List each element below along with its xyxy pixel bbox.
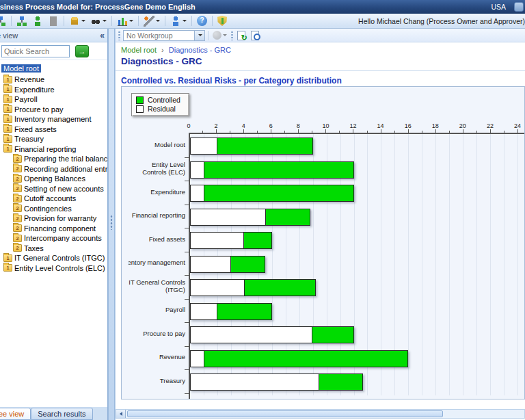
x-tick-label: 24 (514, 122, 521, 129)
tree-item[interactable]: 2Taxes (1, 244, 107, 254)
new-page-button[interactable] (46, 15, 60, 27)
controlled-segment (312, 327, 353, 343)
y-axis-tick (185, 205, 189, 205)
user-menu-icon (170, 16, 181, 27)
preview-page-icon (251, 31, 259, 40)
tree-item-label: Opening Balances (24, 174, 85, 183)
breadcrumb-current[interactable]: Diagnostics - GRC (169, 46, 231, 54)
chevron-down-icon (183, 20, 187, 22)
folder-icon: 2 (13, 205, 22, 212)
workgroup-dropdown-button[interactable] (194, 31, 204, 40)
tree-item[interactable]: 1Entity Level Controls (ELC) (1, 263, 107, 274)
search-go-button[interactable]: → (75, 45, 89, 57)
tree-item[interactable]: 1Expenditure (1, 85, 107, 95)
scroll-left-button[interactable] (116, 410, 126, 418)
tree-item[interactable]: 1Fixed assets (1, 124, 107, 135)
category-label: Expenditure (129, 180, 189, 204)
controlled-swatch (136, 96, 144, 104)
locale-button[interactable]: USA (485, 3, 511, 11)
binoculars-search-icon (90, 16, 101, 27)
window-corner-button[interactable] (514, 2, 524, 12)
chart-body: Model rootEntity LevelControls (ELC)Expe… (129, 122, 524, 399)
y-axis-tick (185, 157, 189, 158)
residual-segment (191, 233, 244, 248)
tree-item[interactable]: Model root (1, 63, 107, 73)
x-axis: 024681012141618202224 (189, 122, 524, 133)
panel-splitter[interactable] (108, 29, 115, 420)
tree-item[interactable]: 2Preparing the trial balance (1, 154, 107, 164)
tree-item[interactable]: 1Revenue (1, 75, 107, 85)
tree-item-label: Procure to pay (14, 105, 64, 114)
org-chart-button[interactable] (15, 15, 29, 27)
folder-icon: 1 (3, 264, 12, 272)
sidebar-search-row: → (0, 42, 107, 60)
x-tick-label: 10 (322, 122, 329, 129)
legend-item-controlled: Controlled (136, 96, 180, 105)
x-tick-label: 16 (405, 122, 412, 129)
folder-icon: 1 (3, 96, 12, 103)
splitter-grip-icon (110, 215, 113, 230)
category-label: Revenue (129, 345, 189, 369)
tree-item[interactable]: 2Financing component (1, 224, 107, 234)
controlled-segment (204, 185, 353, 201)
controlled-segment (217, 304, 271, 319)
charts-button[interactable] (116, 15, 135, 27)
chevron-down-icon (223, 34, 227, 36)
tree-item[interactable]: 2Contingencies (1, 204, 107, 214)
folder-icon: 1 (3, 254, 12, 262)
security-button[interactable] (216, 15, 228, 27)
risk-bar (190, 137, 313, 155)
category-label: IT General Controls(ITGC) (129, 274, 189, 298)
breadcrumb-model-root[interactable]: Model root (121, 46, 157, 54)
app-window: Business Process Model for: ProcessGene … (0, 0, 525, 420)
home-button[interactable] (0, 15, 8, 27)
chart-row (190, 228, 524, 252)
scrollbar-thumb[interactable] (127, 410, 443, 417)
tab-label: Search results (38, 410, 85, 418)
category-label: Payroll (129, 298, 189, 322)
residual-segment (191, 185, 204, 201)
y-axis-tick (185, 181, 189, 181)
search-button[interactable] (89, 15, 108, 27)
tree-item[interactable]: 2Provision for warranty (1, 213, 107, 224)
workgroup-select[interactable]: No Workgroup (123, 30, 205, 41)
chart: Controlled Residual Model rootEntity Lev… (121, 86, 525, 399)
horizontal-scrollbar[interactable] (116, 409, 525, 419)
folder-icon: 2 (13, 235, 22, 242)
collapse-sidebar-icon[interactable]: « (100, 31, 105, 40)
tree-item[interactable]: 1IT General Controls (ITGC) (1, 253, 107, 263)
tools-button[interactable] (142, 15, 161, 27)
sidebar-title: Tree view (0, 31, 18, 40)
controlled-segment (244, 233, 271, 248)
x-tick-label: 22 (487, 122, 494, 129)
tree-item[interactable]: 2Intercompany accounts (1, 233, 107, 244)
quick-search-input[interactable] (1, 45, 70, 57)
help-button[interactable] (196, 15, 208, 27)
refresh-page-button[interactable] (236, 30, 247, 41)
preview-page-button[interactable] (250, 30, 260, 41)
tree-item[interactable]: 1Payroll (1, 94, 107, 105)
risk-bar (190, 326, 354, 343)
controlled-segment (319, 374, 362, 390)
add-user-button[interactable] (31, 15, 44, 27)
tree-item[interactable]: 2Setting of new accounts (1, 184, 107, 194)
add-user-icon (32, 16, 43, 27)
x-tick-label: 12 (349, 122, 356, 129)
tree-item[interactable]: 1Inventory management (1, 114, 107, 124)
tree-item[interactable]: 2Cutoff accounts (1, 194, 107, 204)
y-axis-tick (185, 322, 189, 323)
tree-item[interactable]: 1Procure to pay (1, 105, 107, 115)
home-icon (0, 16, 6, 27)
tree-item[interactable]: 2Recording additional entries (1, 164, 107, 174)
tree-item[interactable]: 1Treasury (1, 134, 107, 144)
tree-item-label: IT General Controls (ITGC) (14, 254, 105, 262)
toolbar-separator (11, 16, 12, 26)
reports-button[interactable] (68, 15, 87, 27)
tab-search-results[interactable]: Search results (31, 408, 92, 420)
tab-tree-view[interactable]: Tree view (0, 408, 31, 420)
tree-item[interactable]: 1Financial reporting (1, 144, 107, 155)
category-label: Fixed assets (129, 227, 189, 251)
tree-item[interactable]: 2Opening Balances (1, 174, 107, 184)
folder-icon: 2 (13, 215, 22, 222)
user-menu-button[interactable] (169, 15, 188, 27)
